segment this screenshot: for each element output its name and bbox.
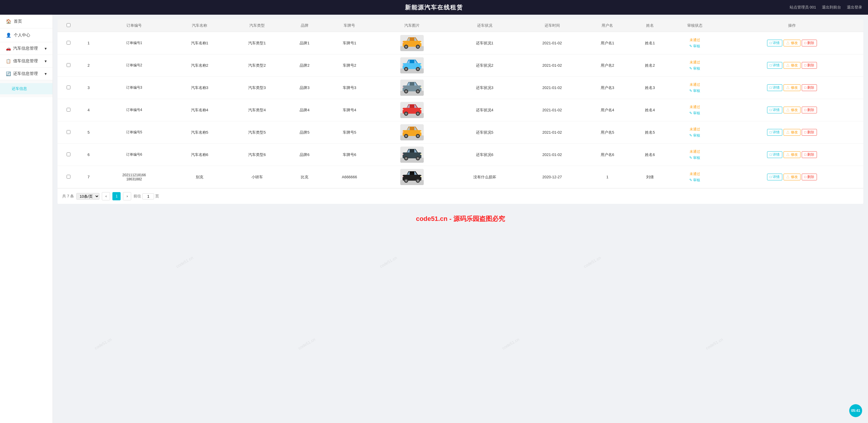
delete-button-6[interactable]: □ 删除 (802, 174, 817, 180)
detail-button-0[interactable]: □ 详情 (767, 40, 783, 47)
cell-checkbox-5[interactable] (58, 144, 80, 166)
delete-button-0[interactable]: □ 删除 (802, 40, 817, 47)
admin-label: 站点管理员 001 (789, 5, 816, 10)
cell-brand-5: 品牌6 (286, 144, 323, 166)
detail-button-5[interactable]: □ 详情 (767, 151, 783, 158)
delete-button-3[interactable]: □ 删除 (802, 107, 817, 113)
cell-plate-0: 车牌号1 (323, 32, 375, 54)
svg-rect-26 (402, 87, 403, 88)
row-checkbox-2[interactable] (67, 85, 70, 89)
cell-checkbox-0[interactable] (58, 32, 80, 54)
audit-button-2[interactable]: ✎ 审核 (689, 88, 700, 93)
edit-button-0[interactable]: △ 修改 (783, 40, 800, 47)
cell-username-6: 1 (584, 166, 631, 188)
person-icon: 👤 (6, 33, 11, 38)
rental-icon: 📋 (6, 59, 11, 63)
sidebar-item-rental-management[interactable]: 📋 借车信息管理 ▾ (0, 55, 53, 67)
audit-button-1[interactable]: ✎ 审核 (689, 66, 700, 71)
detail-button-6[interactable]: □ 详情 (767, 174, 783, 180)
audit-status-6: 未通过 (690, 172, 700, 176)
sidebar-item-home[interactable]: 🏠 首页 (0, 15, 53, 28)
detail-button-1[interactable]: □ 详情 (767, 62, 783, 69)
col-return-status: 还车状况 (449, 19, 521, 32)
detail-button-2[interactable]: □ 详情 (767, 84, 783, 91)
cell-checkbox-1[interactable] (58, 54, 80, 77)
sidebar-item-personal[interactable]: 👤 个人中心 (0, 28, 53, 42)
col-return-time: 还车时间 (521, 19, 584, 32)
cell-audit-3: 未通过 ✎ 审核 (669, 99, 721, 121)
row-checkbox-1[interactable] (67, 63, 70, 67)
col-index (80, 19, 97, 32)
cell-actions-2: □ 详情 △ 修改 □ 删除 (721, 77, 863, 99)
cell-car-img-1 (375, 54, 449, 77)
table-row: 3 订单编号3 汽车名称3 汽车类型3 品牌3 车牌号3 (58, 77, 863, 99)
audit-button-4[interactable]: ✎ 审核 (689, 133, 700, 138)
prev-page-button[interactable]: ‹ (102, 192, 110, 200)
svg-point-60 (417, 179, 419, 182)
cell-car-type-3: 汽车类型4 (228, 99, 286, 121)
row-checkbox-4[interactable] (67, 130, 70, 134)
svg-point-49 (405, 157, 407, 160)
svg-rect-52 (420, 153, 422, 155)
audit-button-5[interactable]: ✎ 审核 (689, 156, 700, 160)
edit-button-3[interactable]: △ 修改 (783, 107, 800, 113)
jump-page-input[interactable]: 1 (142, 193, 154, 199)
row-checkbox-0[interactable] (67, 41, 70, 45)
cell-car-name-6: 别克 (171, 166, 228, 188)
edit-button-5[interactable]: △ 修改 (783, 151, 800, 158)
row-checkbox-5[interactable] (67, 152, 70, 156)
detail-button-3[interactable]: □ 详情 (767, 107, 783, 113)
car-image-2 (400, 80, 424, 96)
cell-realname-6: 刘倩 (631, 166, 669, 188)
svg-rect-44 (402, 131, 403, 133)
audit-button-3[interactable]: ✎ 审核 (689, 111, 700, 116)
back-to-front-button[interactable]: 退出到前台 (822, 5, 841, 10)
cell-audit-1: 未通过 ✎ 审核 (669, 54, 721, 77)
cell-car-type-1: 汽车类型2 (228, 54, 286, 77)
sidebar-item-car-management[interactable]: 🚗 汽车信息管理 ▾ (0, 42, 53, 55)
next-page-button[interactable]: › (123, 192, 131, 200)
table-header-row: 订单编号 汽车名称 汽车类型 品牌 车牌号 汽车图片 还车状况 还车时间 用户名… (58, 19, 863, 32)
delete-button-1[interactable]: □ 删除 (802, 62, 817, 69)
cell-plate-1: 车牌号2 (323, 54, 375, 77)
cell-car-name-3: 汽车名称4 (171, 99, 228, 121)
edit-button-2[interactable]: △ 修改 (783, 84, 800, 91)
cell-checkbox-2[interactable] (58, 77, 80, 99)
cell-car-name-2: 汽车名称3 (171, 77, 228, 99)
cell-checkbox-6[interactable] (58, 166, 80, 188)
row-checkbox-3[interactable] (67, 108, 70, 112)
col-car-name: 汽车名称 (171, 19, 228, 32)
page-1-button[interactable]: 1 (113, 192, 121, 200)
sidebar-car-management-label: 汽车信息管理 (13, 46, 38, 51)
table-row: 7 20211121816618631882 别克 小轿车 比克 A666666 (58, 166, 863, 188)
logout-button[interactable]: 退出登录 (847, 5, 862, 10)
table-row: 5 订单编号5 汽车名称5 汽车类型5 品牌5 车牌号5 (58, 121, 863, 144)
audit-button-0[interactable]: ✎ 审核 (689, 44, 700, 49)
sidebar-return-management-label: 还车信息管理 (13, 71, 38, 76)
edit-button-6[interactable]: △ 修改 (783, 174, 800, 180)
delete-button-4[interactable]: □ 删除 (802, 129, 817, 136)
table-body: 1 订单编号1 汽车名称1 汽车类型1 品牌1 车牌号1 (58, 32, 863, 188)
select-all-checkbox[interactable] (67, 23, 70, 27)
sidebar-item-return-management[interactable]: 🔄 还车信息管理 ▾ (0, 67, 53, 80)
cell-checkbox-3[interactable] (58, 99, 80, 121)
cell-index-6: 7 (80, 166, 97, 188)
detail-button-4[interactable]: □ 详情 (767, 129, 783, 136)
car-image-4 (400, 124, 424, 140)
edit-button-1[interactable]: △ 修改 (783, 62, 800, 69)
sidebar-item-return-info[interactable]: 还车信息 (0, 83, 53, 94)
delete-button-2[interactable]: □ 删除 (802, 84, 817, 91)
cell-return-status-3: 还车状况4 (449, 99, 521, 121)
cell-brand-6: 比克 (286, 166, 323, 188)
svg-point-6 (417, 46, 419, 48)
cell-checkbox-4[interactable] (58, 121, 80, 144)
audit-button-6[interactable]: ✎ 审核 (689, 178, 700, 183)
row-checkbox-6[interactable] (67, 175, 70, 178)
audit-status-1: 未通过 (690, 60, 700, 65)
edit-button-4[interactable]: △ 修改 (783, 129, 800, 136)
cell-actions-1: □ 详情 △ 修改 □ 删除 (721, 54, 863, 77)
delete-button-5[interactable]: □ 删除 (802, 151, 817, 158)
page-size-select[interactable]: 10条/页 20条/页 50条/页 (76, 193, 99, 200)
col-username: 用户名 (584, 19, 631, 32)
audit-status-4: 未通过 (690, 127, 700, 132)
